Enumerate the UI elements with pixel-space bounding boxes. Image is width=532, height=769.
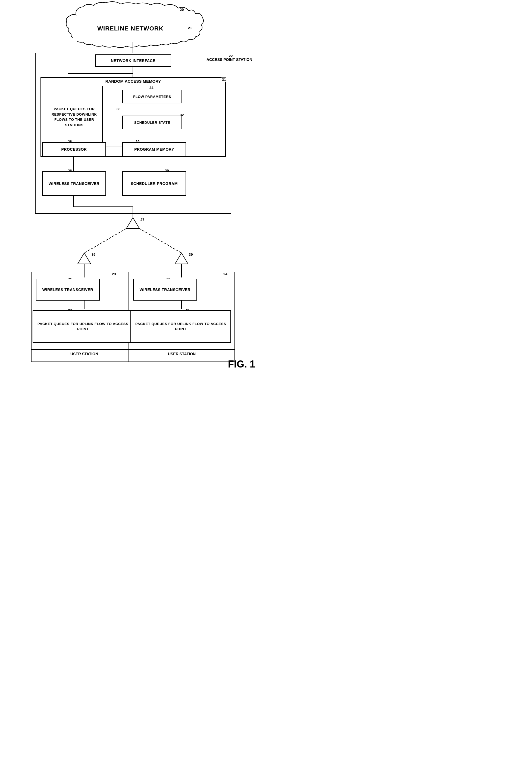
wireline-network-label: WIRELINE NETWORK bbox=[73, 16, 187, 41]
ref-39: 39 bbox=[188, 253, 193, 257]
fig-label: FIG. 1 bbox=[228, 359, 255, 370]
scheduler-program-box: SCHEDULER PROGRAM bbox=[122, 171, 186, 196]
ram-label: RANDOM ACCESS MEMORY bbox=[41, 79, 226, 83]
wireless-transceiver-left-box: WIRELESS TRANSCEIVER bbox=[36, 279, 100, 301]
svg-marker-14 bbox=[126, 218, 139, 229]
svg-line-15 bbox=[84, 229, 126, 253]
svg-marker-19 bbox=[175, 253, 188, 264]
packet-queues-uplink-left-box: PACKET QUEUES FOR UPLINK FLOW TO ACCESS … bbox=[33, 310, 133, 343]
ref-33: 33 bbox=[116, 107, 121, 111]
ref-21: 21 bbox=[187, 26, 192, 30]
user-station-left-label: USER STATION bbox=[31, 350, 137, 357]
flow-parameters-box: FLOW PARAMETERS bbox=[122, 90, 182, 103]
network-interface-box: NETWORK INTERFACE bbox=[95, 54, 171, 67]
access-point-station-label: ACCESS POINT STATION bbox=[206, 57, 252, 62]
svg-line-16 bbox=[139, 229, 181, 253]
user-station-right-label: USER STATION bbox=[129, 350, 235, 357]
ref-34: 34 bbox=[149, 86, 154, 90]
wireless-transceiver-right-box: WIRELESS TRANSCEIVER bbox=[133, 279, 197, 301]
scheduler-state-box: SCHEDULER STATE bbox=[122, 116, 182, 129]
ref-20: 20 bbox=[179, 8, 184, 12]
ref-36: 36 bbox=[91, 253, 96, 257]
svg-marker-17 bbox=[78, 253, 91, 264]
ref-27: 27 bbox=[140, 218, 145, 222]
processor-box: PROCESSOR bbox=[42, 142, 106, 156]
wireless-transceiver-ap-box: WIRELESS TRANSCEIVER bbox=[42, 171, 106, 196]
program-memory-box: PROGRAM MEMORY bbox=[122, 142, 186, 156]
packet-queues-downlink-box: PACKET QUEUES FOR RESPECTIVE DOWNLINK FL… bbox=[46, 86, 103, 148]
ref-24: 24 bbox=[223, 272, 228, 276]
diagram: WIRELINE NETWORK 20 21 22 ACCESS POINT S… bbox=[0, 0, 266, 375]
ref-23: 23 bbox=[111, 272, 116, 276]
packet-queues-uplink-right-box: PACKET QUEUES FOR UPLINK FLOW TO ACCESS … bbox=[130, 310, 231, 343]
